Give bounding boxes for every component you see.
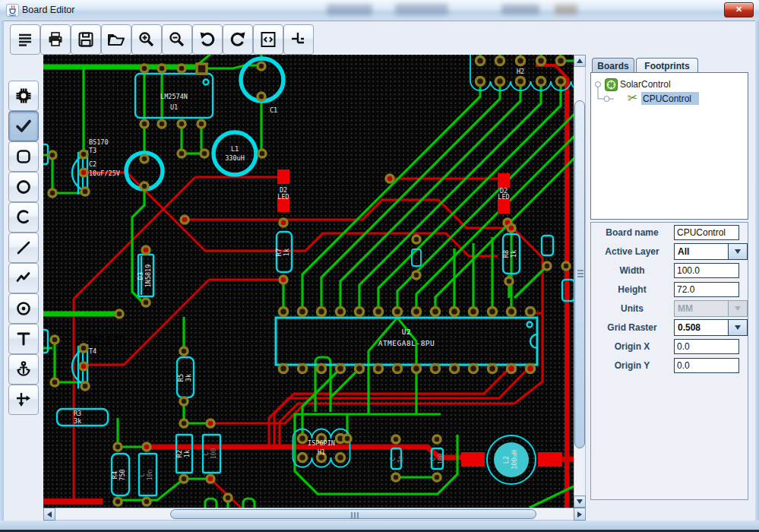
label-u2-value: ATMEGA8L-8PU (378, 339, 435, 347)
pad-tool-button[interactable] (8, 293, 39, 324)
tab-boards[interactable]: Boards (592, 58, 634, 73)
label-d3: D3 (137, 272, 144, 280)
tree-item-cpucontrol[interactable]: CPUControl (643, 93, 691, 104)
thumb-grip (577, 276, 583, 277)
active-layer-label: Active Layer (594, 246, 670, 257)
desktop-blob (395, 4, 448, 15)
width-field[interactable] (674, 263, 739, 278)
line-tool-button[interactable] (8, 233, 39, 263)
grid-raster-combo[interactable]: 0.508 (674, 319, 748, 336)
zoom-out-icon (168, 30, 186, 49)
label-c5-value: 1n (397, 455, 404, 463)
height-field[interactable] (674, 282, 739, 297)
select-tool-button[interactable] (8, 111, 39, 141)
active-layer-combo[interactable]: All (674, 243, 748, 260)
zoom-in-icon (138, 30, 156, 49)
label-r3-value: 3k (74, 417, 81, 425)
label-t3-ref: T3 (89, 147, 96, 154)
scroll-left-icon (47, 511, 52, 518)
open-button[interactable] (101, 24, 131, 55)
label-r5: R5 (177, 374, 185, 382)
undo-button[interactable] (192, 24, 223, 55)
circle-tool-button[interactable] (8, 172, 39, 202)
zoom-in-button[interactable] (131, 24, 162, 55)
board-name-field[interactable] (674, 225, 739, 240)
print-button[interactable] (40, 24, 71, 55)
scroll-up-button[interactable] (574, 55, 586, 67)
menu-button[interactable] (10, 24, 40, 55)
circle-icon (14, 178, 33, 196)
origin-tool-button[interactable] (283, 24, 314, 55)
label-r4: R4 (111, 471, 119, 479)
combo-arrow-button (728, 301, 747, 316)
pad-via-icon (14, 299, 33, 318)
scroll-left-button[interactable] (43, 508, 55, 521)
footprint-tool-button[interactable] (8, 81, 39, 111)
label-r7-value: 1k (283, 249, 290, 256)
tab-footprints[interactable]: Footprints (636, 58, 698, 73)
print-icon (46, 30, 65, 49)
zoom-out-button[interactable] (162, 24, 192, 55)
label-t4-ref: T4 (89, 347, 96, 355)
label-l2: L2 (502, 456, 510, 464)
label-c1: C1 (270, 106, 277, 114)
text-tool-button[interactable] (8, 324, 39, 354)
chevron-down-icon (735, 325, 741, 330)
origin-y-field[interactable] (674, 358, 739, 373)
label-u1: U1 (170, 103, 178, 111)
units-combo: MM (674, 300, 748, 317)
vscroll-thumb[interactable] (574, 100, 585, 448)
origin-x-field[interactable] (674, 339, 739, 354)
tree-item-solarcontrol[interactable]: SolarControl (620, 79, 671, 90)
label-c2-value: 10uF/25V (89, 169, 120, 177)
label-d2l-value: LED (277, 193, 289, 201)
scroll-down-button[interactable] (574, 496, 586, 508)
label-c2: C2 (89, 160, 96, 168)
label-l1: L1 (231, 145, 239, 153)
label-r8: R8 (502, 250, 510, 258)
label-t3: BS170 (89, 138, 109, 146)
text-icon (14, 330, 33, 348)
redo-button[interactable] (223, 24, 253, 55)
menu-icon (16, 30, 34, 49)
close-button[interactable]: ✕ (724, 2, 754, 17)
arc-icon (14, 208, 33, 226)
label-d2r-value: LED (498, 193, 509, 201)
label-h2: H2 (517, 68, 524, 75)
anchor-tool-button[interactable] (8, 354, 39, 385)
open-folder-icon (106, 30, 126, 49)
pcb-drawing: LM2574N U1 C1 L1 330uH C2 10uF/25V BS170… (43, 55, 574, 508)
move-arrows-icon (14, 391, 33, 409)
java-app-icon (6, 4, 19, 17)
footprint-icon (14, 87, 33, 105)
units-value: MM (675, 303, 728, 314)
combo-arrow-button[interactable] (728, 244, 747, 259)
label-r8-value: 1k (510, 250, 517, 258)
board-editor-window: Board Editor ✕ (0, 0, 759, 532)
window-border-left (0, 21, 4, 521)
move-tool-button[interactable] (8, 385, 39, 415)
label-c5: C (390, 457, 397, 461)
polyline-tool-button[interactable] (8, 263, 39, 293)
title-bar[interactable]: Board Editor ✕ (0, 0, 759, 21)
hscroll-thumb[interactable] (170, 509, 536, 519)
label-u2: U2 (402, 328, 411, 336)
scissors-node-icon: ✂ (627, 90, 639, 106)
thumb-grip (357, 512, 359, 518)
rect-tool-button[interactable] (8, 141, 39, 172)
window-title: Board Editor (22, 5, 74, 15)
save-button[interactable] (71, 24, 101, 55)
scroll-right-button[interactable] (574, 508, 586, 521)
view-source-button[interactable] (253, 24, 283, 55)
thumb-grip (577, 270, 583, 271)
chevron-down-icon (735, 249, 741, 254)
origin-y-label: Origin Y (594, 360, 670, 371)
combo-arrow-button[interactable] (728, 320, 747, 335)
board-name-label: Board name (594, 227, 670, 238)
scroll-down-icon (577, 499, 583, 504)
arc-tool-button[interactable] (8, 202, 39, 233)
label-c4-value: 10n (147, 470, 153, 481)
desktop-blob (327, 5, 372, 15)
label-r3: R3 (74, 410, 81, 417)
board-canvas[interactable]: LM2574N U1 C1 L1 330uH C2 10uF/25V BS170… (43, 55, 574, 508)
